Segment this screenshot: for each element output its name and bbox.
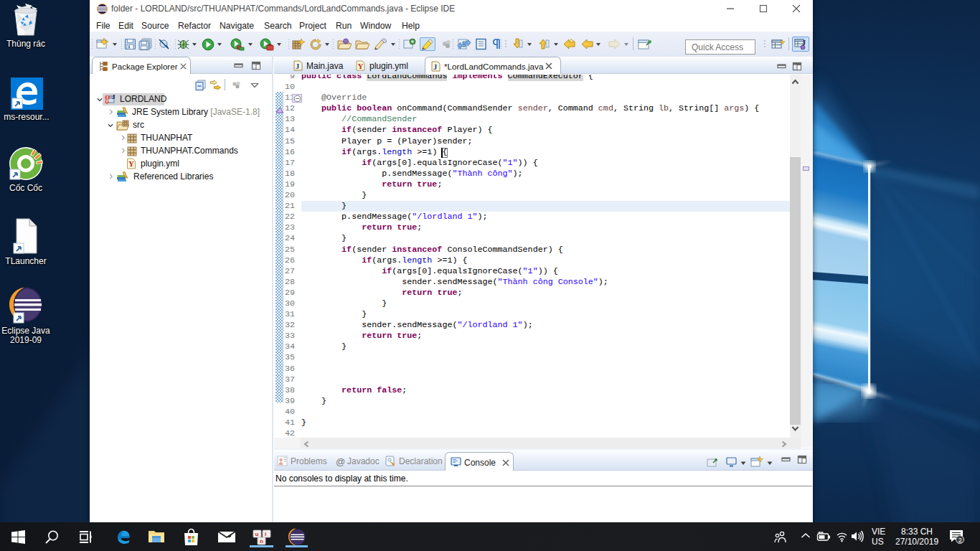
svg-text:Y: Y	[358, 62, 364, 70]
svg-text:J: J	[433, 63, 437, 71]
svg-text:Y: Y	[128, 159, 134, 168]
svg-text:n: n	[260, 538, 263, 545]
svg-text:J: J	[296, 62, 299, 70]
svg-text:u: u	[255, 531, 259, 537]
svg-text:2: 2	[958, 537, 962, 544]
svg-text:i: i	[265, 531, 266, 537]
svg-text:J: J	[112, 93, 116, 100]
